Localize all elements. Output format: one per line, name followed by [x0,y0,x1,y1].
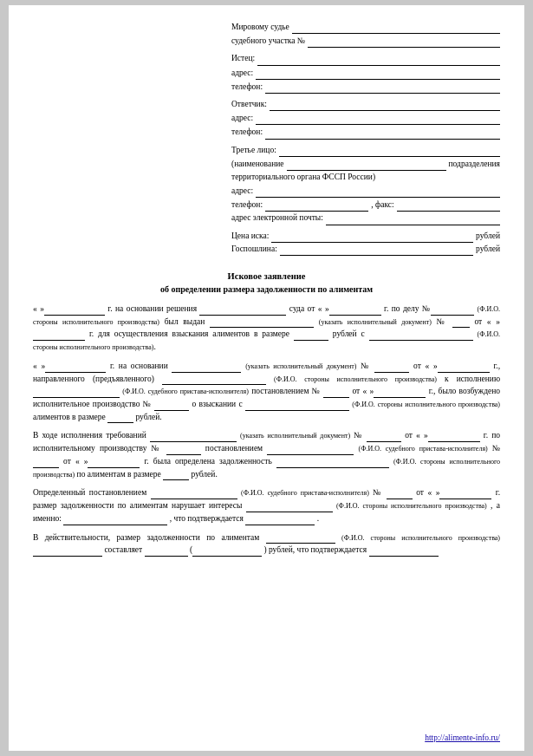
adres3-label: адрес: [231,185,256,198]
territorial-label: территориального органа ФССП России) [231,171,378,184]
p4-g6: , что подтверждается [170,514,246,523]
telefon3-label: телефон: [231,199,263,212]
p2-g3: от « » [413,362,438,370]
document-subtitle: об определении размера задолженности по … [33,284,500,294]
p1-g7: г. для осуществления взыскания алиментов… [89,329,294,338]
p2-g2: № [361,362,374,370]
document-page: Мировому судье судебного участка № Истец… [9,5,524,751]
paragraph-4: Определенный постановлением (Ф.И.О. суде… [33,486,500,525]
adres2-label: адрес: [231,112,256,125]
p2-g10: алиментов в размере [33,413,107,421]
p3-g6: № [492,444,500,453]
telefon1-underline [265,83,500,94]
p1-g6: от « » [474,317,500,326]
tretye-litso-label: Третье лицо: [231,144,279,157]
p4-dot: . [317,514,319,523]
p3-g7: от « » [63,457,88,466]
tretye-litso-underline [279,147,500,157]
p1-g4: был выдан [165,317,210,326]
p2-fio3: (Ф.И.О. стороны исполнительного производ… [352,401,500,408]
p2-g9: о взыскании с [192,400,245,408]
email-underline [326,215,500,225]
document-title: Исковое заявление [33,271,500,281]
sudebnog-uchastka-underline [308,37,500,48]
gosposhlina-suffix: рублей [476,243,500,256]
adres2-underline [256,114,500,125]
p4-g1: Определенный постановлением [33,488,151,497]
p2-fio2: (Ф.И.О. судебного пристава-исполнителя) [122,388,249,395]
header-right-block: Мировому судье судебного участка № Истец… [231,21,500,256]
p5-sostavl: составляет [104,545,144,554]
p3-g2: № [354,431,367,440]
p2-g7: от « » [352,387,374,395]
paragraph-2: « » г. на основании (указать исполнитель… [33,360,500,424]
mirovoy-sudye-underline [292,23,500,34]
p1-g8: рублей с [333,329,369,338]
tsena-label: Цена иска: [231,230,269,243]
paragraph-1: « » г. на основании решения суда от « » … [33,303,500,354]
p2-g1: г. на основании [110,362,172,370]
p1-open-quote: « » [33,304,44,313]
gosposhlina-label: Госпошлина: [231,243,277,256]
istets-underline [257,55,500,66]
telefon1-label: телефон: [231,81,265,94]
p2-open: « » [33,362,45,370]
telefon2-underline [265,129,500,140]
p2-rub: рублей. [135,413,161,421]
p4-g3: от « » [416,488,439,497]
p1-g2: суда от « » [289,304,329,313]
p5-fio1: (Ф.И.О. стороны исполнительного производ… [341,534,500,542]
p2-g5: к исполнению [445,375,500,383]
p3-g5: постановлением [205,444,268,453]
otvetcik-label: Ответчик: [231,98,270,111]
p4-fio1: (Ф.И.О. судебного пристава-исполнителя) [241,489,369,497]
p1-dot: . [153,342,155,351]
mirovoy-sudye-label: Мировому судье [231,21,292,34]
istets-label: Истец: [231,52,257,65]
sudebnog-uchastka-label: судебного участка № [231,35,308,48]
otvetcik-underline [270,101,500,111]
p4-g2: № [373,488,387,497]
p2-fio1: (Ф.И.О. стороны исполнительного производ… [274,375,437,383]
p1-g3: г. по делу № [384,304,431,313]
email-label: адрес электронной почты: [231,212,326,225]
adres1-label: адрес: [231,67,256,80]
podrazdeleniya-label: подразделения [449,158,501,171]
adres3-underline [256,187,500,198]
tsena-suffix: рублей [476,230,500,243]
p3-g9: по алиментам в размере [77,470,164,479]
p3-g1: В ходе исполнения требований [33,431,150,440]
document-body: « » г. на основании решения суда от « » … [33,303,500,557]
paragraph-3: В ходе исполнения требований (указать ис… [33,429,500,480]
p3-g3: от « » [405,431,428,440]
naimenovanie-label: (наименование [231,158,284,171]
p2-g6: постановлением № [251,387,323,395]
p3-ukazat: (указать исполнительный документ) [240,432,350,440]
p5-g3: ) рублей, что подтверждается [263,545,368,554]
p3-rub: рублей. [192,470,218,479]
p4-fio2: (Ф.И.О. стороны исполнительного производ… [336,502,487,510]
p1-ukazat: (указать исполнительный документ) [319,318,432,326]
adres1-underline [256,69,500,80]
p1-g5: № [437,317,452,326]
faks-label: , факс: [371,199,393,212]
telefon2-label: телефон: [231,126,265,139]
p1-g1: г. на основании решения [107,304,199,313]
p5-g1: В действительности, размер задолженности… [33,533,266,542]
p3-g8: г. была определена задолженность [145,457,276,466]
p2-ukazat: (указать исполнительный документ) [245,362,356,370]
footer-link[interactable]: http://alimente-info.ru/ [425,733,500,742]
paragraph-5: В действительности, размер задолженности… [33,531,500,557]
p3-fio1: (Ф.И.О. судебного пристава-исполнителя) [359,445,488,453]
